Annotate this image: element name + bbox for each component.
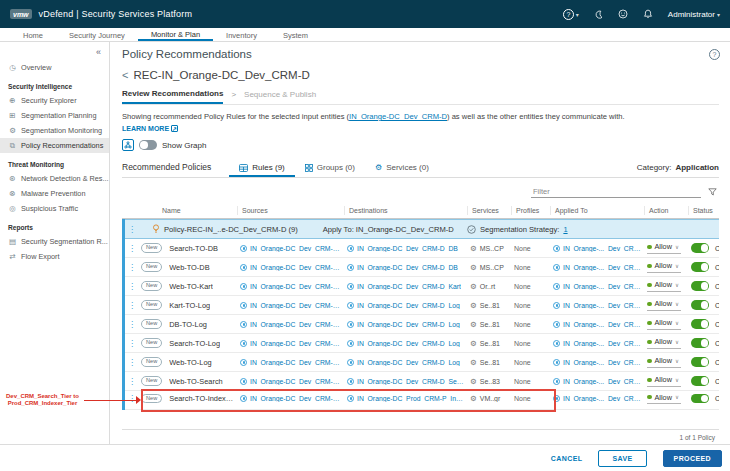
destination-group-link[interactable]: IN_Orange-DC_Dev_CRM-D_Log <box>357 321 460 328</box>
status-toggle[interactable] <box>691 394 709 404</box>
row-menu-icon[interactable]: ⋮ <box>125 301 139 310</box>
applied-to-link[interactable]: IN_Orange-..._Dev_CRM-D <box>563 245 643 252</box>
source-group-link[interactable]: IN_Orange-DC_Dev_CRM-D_Web <box>250 264 343 271</box>
table-row[interactable]: ⋮ New Web-TO-Search IN_Orange-DC_Dev_CRM… <box>125 372 719 391</box>
row-menu-icon[interactable]: ⋮ <box>125 244 139 253</box>
dark-mode-button[interactable] <box>594 10 603 19</box>
action-dropdown[interactable]: Allow ∨ <box>647 261 681 273</box>
table-row[interactable]: ⋮ New DB-TO-Log IN_Orange-DC_Dev_CRM-D_D… <box>125 315 719 334</box>
back-chevron-icon[interactable]: < <box>122 69 128 81</box>
status-toggle[interactable] <box>691 243 709 253</box>
sidebar-item-overview[interactable]: ◷Overview <box>0 60 109 75</box>
applied-to-link[interactable]: IN_Orange-..._Dev_CRM-D <box>563 395 643 402</box>
input-entity-link[interactable]: IN_Orange-DC_Dev_CRM-D <box>349 112 447 121</box>
applied-to-link[interactable]: IN_Orange-..._Dev_CRM-D <box>563 283 643 290</box>
table-row[interactable]: ⋮ New Web-TO-Log IN_Orange-DC_Dev_CRM-D_… <box>125 353 719 372</box>
sidebar-item-suspicious-traffic[interactable]: ◎Suspicious Traffic <box>0 201 109 216</box>
destination-group-link[interactable]: IN_Orange-DC_Dev_CRM-D_Search <box>357 378 466 385</box>
status-toggle[interactable] <box>691 262 709 272</box>
nav-tab-system[interactable]: System <box>270 28 321 41</box>
applied-to-link[interactable]: IN_Orange-..._Dev_CRM-D <box>563 340 643 347</box>
category-value[interactable]: Application <box>675 163 719 172</box>
page-help-button[interactable]: ? <box>709 49 720 60</box>
source-group-link[interactable]: IN_Orange-DC_Dev_CRM-D_DB <box>250 321 343 328</box>
sidebar-item-security-explorer[interactable]: ⊕Security Explorer <box>0 93 109 108</box>
sidebar-item-flow-export[interactable]: ⇄Flow Export <box>0 249 109 264</box>
status-toggle[interactable] <box>691 281 709 291</box>
action-dropdown[interactable]: Allow ∨ <box>647 280 681 292</box>
applied-to-link[interactable]: IN_Orange-..._Dev_CRM-D <box>563 264 643 271</box>
sidebar-item-segmentation-monitoring[interactable]: ⚙Segmentation Monitoring <box>0 123 109 138</box>
status-toggle[interactable] <box>691 376 709 386</box>
save-button[interactable]: SAVE <box>598 450 646 467</box>
service-name[interactable]: MS..CP <box>480 245 504 252</box>
segmentation-strategy-value[interactable]: 1 <box>563 225 567 234</box>
sidebar-item-segmentation-planning[interactable]: ⊞Segmentation Planning <box>0 108 109 123</box>
notifications-button[interactable] <box>643 9 653 19</box>
tab-groups[interactable]: Groups (0) <box>295 161 365 177</box>
service-name[interactable]: Se..81 <box>480 359 500 366</box>
show-graph-toggle[interactable] <box>139 140 157 150</box>
cancel-button[interactable]: CANCEL <box>551 455 583 462</box>
tab-services[interactable]: ⚙ Services (0) <box>365 161 439 177</box>
table-row[interactable]: ⋮ New Search-TO-Indexer-P IN_Orange-DC_D… <box>125 391 719 410</box>
source-group-link[interactable]: IN_Orange-DC_Dev_CRM-D_Web <box>250 283 343 290</box>
nav-tab-inventory[interactable]: Inventory <box>213 28 270 41</box>
action-dropdown[interactable]: Allow ∨ <box>647 393 681 405</box>
service-name[interactable]: Se..81 <box>480 302 500 309</box>
nav-tab-security-journey[interactable]: Security Journey <box>56 28 138 41</box>
table-row[interactable]: ⋮ New Web-TO-DB IN_Orange-DC_Dev_CRM-D_W… <box>125 258 719 277</box>
sidebar-item-policy-recommendations[interactable]: ⧉Policy Recommendations <box>0 138 109 153</box>
row-menu-icon[interactable]: ⋮ <box>125 377 139 386</box>
service-name[interactable]: VM..gr <box>480 395 501 402</box>
action-dropdown[interactable]: Allow ∨ <box>647 242 681 254</box>
applied-to-link[interactable]: IN_Orange-..._Dev_CRM-D <box>563 359 643 366</box>
sidebar-item-malware-prevention[interactable]: ⊗Malware Prevention <box>0 186 109 201</box>
table-row[interactable]: ⋮ New Search-TO-Log IN_Orange-DC_Dev_CRM… <box>125 334 719 353</box>
policy-group-row[interactable]: ⋮ Policy-REC-IN_..e-DC_Dev_CRM-D (9) App… <box>125 219 719 239</box>
destination-group-link[interactable]: IN_Orange-DC_Dev_CRM-D_DB <box>357 264 458 271</box>
applied-to-link[interactable]: IN_Orange-..._Dev_CRM-D <box>563 378 643 385</box>
service-name[interactable]: Or..rt <box>480 283 496 290</box>
action-dropdown[interactable]: Allow ∨ <box>647 299 681 311</box>
learn-more-link[interactable]: LEARN MORE ↗ <box>122 125 719 132</box>
row-menu-icon[interactable]: ⋮ <box>125 282 139 291</box>
status-toggle[interactable] <box>691 338 709 348</box>
row-menu-icon[interactable]: ⋮ <box>125 339 139 348</box>
row-menu-icon[interactable]: ⋮ <box>125 320 139 329</box>
table-row[interactable]: ⋮ New Web-TO-Kart IN_Orange-DC_Dev_CRM-D… <box>125 277 719 296</box>
destination-group-link[interactable]: IN_Orange-DC_Dev_CRM-D_Kart <box>357 283 461 290</box>
filter-funnel-icon[interactable] <box>708 188 717 196</box>
destination-group-link[interactable]: IN_Orange-DC_Dev_CRM-D_DB <box>357 245 458 252</box>
row-menu-icon[interactable]: ⋮ <box>125 225 139 234</box>
filter-input[interactable] <box>531 186 701 198</box>
tab-rules[interactable]: Rules (9) <box>229 161 294 177</box>
help-menu-button[interactable]: ?▾ <box>563 9 579 20</box>
table-row[interactable]: ⋮ New Kart-TO-Log IN_Orange-DC_Dev_CRM-D… <box>125 296 719 315</box>
destination-group-link[interactable]: IN_Orange-DC_Dev_CRM-D_Log <box>357 302 460 309</box>
service-name[interactable]: Se..81 <box>480 321 500 328</box>
source-group-link[interactable]: IN_Orange-DC_Dev_CRM-D_Web <box>250 378 343 385</box>
user-menu[interactable]: Administrator▾ <box>668 10 720 19</box>
service-name[interactable]: Se..83 <box>480 378 500 385</box>
sidebar-item-network-detection[interactable]: ⊛Network Detection & Res... <box>0 171 109 186</box>
source-group-link[interactable]: IN_Orange-DC_Dev_CRM-D_Search <box>250 245 343 252</box>
destination-group-link[interactable]: IN_Orange-DC_Dev_CRM-D_Log <box>357 359 460 366</box>
table-row[interactable]: ⋮ New Search-TO-DB IN_Orange-DC_Dev_CRM-… <box>125 239 719 258</box>
proceed-button[interactable]: PROCEED <box>663 450 722 467</box>
status-toggle[interactable] <box>691 319 709 329</box>
destination-group-link[interactable]: IN_Orange-DC_Prod_CRM-P_Indexer <box>357 395 466 402</box>
service-name[interactable]: MS..CP <box>480 264 504 271</box>
sidebar-collapse-button[interactable]: « <box>0 45 109 60</box>
source-group-link[interactable]: IN_Orange-DC_Dev_CRM-D_Kart <box>250 302 343 309</box>
applied-to-link[interactable]: IN_Orange-..._Dev_CRM-D <box>563 321 643 328</box>
row-menu-icon[interactable]: ⋮ <box>125 358 139 367</box>
action-dropdown[interactable]: Allow ∨ <box>647 337 681 349</box>
feedback-button[interactable] <box>618 9 628 19</box>
step-review-recommendations[interactable]: Review Recommendations <box>122 89 223 104</box>
sidebar-item-security-segmentation-report[interactable]: ▤Security Segmentation R... <box>0 234 109 249</box>
service-name[interactable]: Se..81 <box>480 340 500 347</box>
row-menu-icon[interactable]: ⋮ <box>125 263 139 272</box>
action-dropdown[interactable]: Allow ∨ <box>647 356 681 368</box>
nav-tab-home[interactable]: Home <box>10 28 56 41</box>
